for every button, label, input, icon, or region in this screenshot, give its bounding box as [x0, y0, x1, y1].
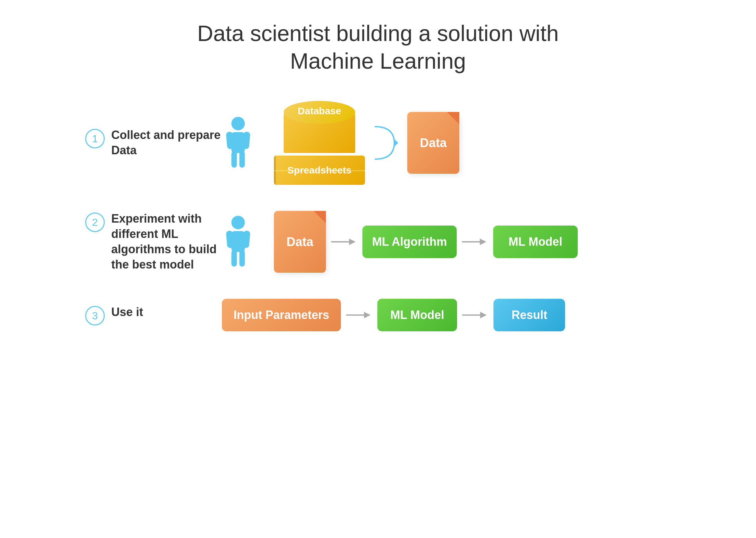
steps-container: 1 Collect and prepareData Database	[85, 101, 671, 331]
step-2-circle: 2	[85, 213, 105, 232]
spreadsheets-box: Spreadsheets	[274, 156, 365, 185]
ml-model-box-3: ML Model	[378, 299, 457, 331]
svg-rect-4	[231, 151, 237, 168]
step3-diagram: Input Parameters ML Model	[222, 299, 565, 331]
data-file-label-2: Data	[286, 235, 313, 249]
ml-model-label-2: ML Model	[508, 235, 562, 249]
step-1-row: 1 Collect and prepareData Database	[85, 101, 671, 185]
result-box: Result	[493, 299, 565, 331]
arrow-1	[331, 235, 357, 248]
svg-marker-6	[394, 139, 398, 147]
input-params-label: Input Parameters	[233, 308, 329, 322]
person-figure-1	[222, 117, 254, 169]
db-spreadsheet-group: Database Spreadsheets	[274, 101, 365, 185]
svg-marker-16	[480, 239, 486, 245]
ml-algorithm-label: ML Algorithm	[372, 235, 447, 249]
step-3-label-block: 3 Use it	[85, 305, 222, 325]
step1-diagram: Database Spreadsheets	[274, 101, 459, 185]
arrow-2	[462, 235, 488, 248]
step-2-text: Experiment withdifferent MLalgorithms to…	[111, 211, 217, 272]
ml-model-label-3: ML Model	[390, 308, 444, 322]
step-2-row: 2 Experiment withdifferent MLalgorithms …	[85, 211, 671, 273]
step-1-label-block: 1 Collect and prepareData	[85, 128, 222, 158]
step-2-label-block: 2 Experiment withdifferent MLalgorithms …	[85, 211, 222, 272]
data-file-1: Data	[407, 112, 459, 174]
svg-marker-14	[349, 239, 356, 245]
input-params-box: Input Parameters	[222, 299, 341, 331]
step-3-circle: 3	[85, 306, 105, 325]
arrow-3	[346, 308, 372, 322]
svg-rect-12	[239, 250, 245, 267]
ml-algorithm-box: ML Algorithm	[362, 226, 457, 258]
svg-rect-11	[231, 250, 237, 267]
bracket-arrow	[372, 110, 401, 176]
svg-rect-5	[239, 151, 245, 168]
spreadsheets-label: Spreadsheets	[287, 165, 352, 176]
step2-diagram: Data ML Algorithm	[274, 211, 578, 273]
person-figure-2	[222, 216, 254, 268]
svg-marker-20	[480, 312, 487, 318]
step-1-circle: 1	[85, 129, 105, 148]
svg-marker-18	[364, 312, 371, 318]
step-3-text: Use it	[111, 305, 143, 320]
page-title: Data scientist building a solution with …	[197, 20, 559, 75]
ml-model-box-2: ML Model	[493, 226, 578, 258]
database-cylinder: Database	[284, 101, 355, 153]
step-1-text: Collect and prepareData	[111, 128, 221, 158]
data-file-label-1: Data	[420, 136, 447, 150]
result-label: Result	[511, 308, 547, 322]
database-label: Database	[284, 105, 355, 117]
arrow-4	[462, 308, 488, 322]
data-file-2: Data	[274, 211, 326, 273]
svg-point-7	[231, 216, 245, 229]
svg-point-0	[231, 117, 245, 130]
step-3-row: 3 Use it Input Parameters ML Model	[85, 299, 671, 331]
